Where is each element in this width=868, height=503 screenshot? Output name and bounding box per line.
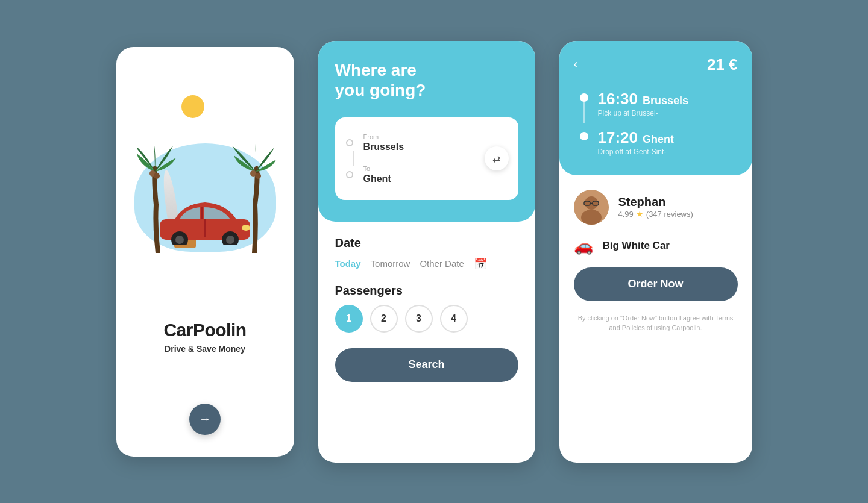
driver-avatar xyxy=(574,190,609,225)
arrival-dot xyxy=(580,132,588,140)
arrival-time: 17:20 xyxy=(598,130,638,145)
star-icon: ★ xyxy=(636,209,644,219)
passenger-1-button[interactable]: 1 xyxy=(335,305,363,333)
car-icon xyxy=(157,196,253,245)
departure-city: Brussels xyxy=(643,95,688,106)
back-button[interactable]: ‹ xyxy=(574,57,578,72)
date-today[interactable]: Today xyxy=(335,258,361,269)
driver-name: Stephan xyxy=(618,195,693,209)
departure-item: 16:30 Brussels Pick up at Brussel- xyxy=(580,91,738,117)
app-info: CarPoolin Drive & Save Money xyxy=(163,320,246,354)
swap-button[interactable]: ⇄ xyxy=(485,146,509,170)
app-name: CarPoolin xyxy=(163,320,246,340)
svg-point-9 xyxy=(226,236,234,244)
car-name: Big White Car xyxy=(603,240,670,252)
to-dot xyxy=(346,171,353,178)
price-label: 21 € xyxy=(707,55,738,74)
calendar-icon[interactable]: 📅 xyxy=(474,257,487,270)
search-header: Where are you going? From Brussels To Gh… xyxy=(318,41,535,222)
passenger-2-button[interactable]: 2 xyxy=(370,305,398,333)
sun-icon xyxy=(181,95,204,118)
departure-info: 16:30 Brussels Pick up at Brussel- xyxy=(598,91,689,117)
driver-info: Stephan 4.99 ★ (347 reviews) xyxy=(618,195,693,219)
terms-text: By clicking on "Order Now" button I agre… xyxy=(574,313,738,333)
departure-dot xyxy=(580,93,588,102)
passenger-3-button[interactable]: 3 xyxy=(405,305,433,333)
rating-value: 4.99 xyxy=(618,210,634,219)
booking-header-row: ‹ 21 € xyxy=(574,55,738,74)
passengers-section: Passengers 1 2 3 4 xyxy=(335,284,518,333)
from-dot xyxy=(346,139,353,146)
search-options: Date Today Tomorrow Other Date 📅 Passeng… xyxy=(318,222,535,463)
date-section: Date Today Tomorrow Other Date 📅 xyxy=(335,236,518,270)
arrival-sub: Drop off at Gent-Sint- xyxy=(598,148,675,156)
app-tagline: Drive & Save Money xyxy=(163,344,246,354)
svg-point-7 xyxy=(175,236,184,244)
timeline-connector xyxy=(583,102,585,123)
to-label: To xyxy=(363,165,391,172)
search-card: Where are you going? From Brussels To Gh… xyxy=(318,41,535,463)
route-timeline: 16:30 Brussels Pick up at Brussel- 17:20… xyxy=(574,91,738,156)
date-options-row: Today Tomorrow Other Date 📅 xyxy=(335,257,518,270)
to-row: To Ghent xyxy=(346,160,508,189)
passenger-4-button[interactable]: 4 xyxy=(440,305,468,333)
departure-time: 16:30 xyxy=(598,91,638,107)
booking-header: ‹ 21 € 16:30 Brussels Pick up at Brussel… xyxy=(559,41,752,175)
from-row: From Brussels xyxy=(346,128,508,160)
get-started-button[interactable]: → xyxy=(189,404,221,435)
route-input-box: From Brussels To Ghent ⇄ xyxy=(335,117,518,200)
svg-point-3 xyxy=(255,173,261,179)
arrow-icon: → xyxy=(199,412,211,426)
car-row: 🚗 Big White Car xyxy=(574,237,738,255)
order-button[interactable]: Order Now xyxy=(574,267,738,301)
from-value[interactable]: Brussels xyxy=(363,142,404,152)
date-title: Date xyxy=(335,236,518,250)
passengers-title: Passengers xyxy=(335,284,518,298)
to-value[interactable]: Ghent xyxy=(363,173,391,184)
review-count: (347 reviews) xyxy=(646,210,693,219)
arrival-city: Ghent xyxy=(643,134,674,145)
driver-row: Stephan 4.99 ★ (347 reviews) xyxy=(574,190,738,225)
splash-card: CarPoolin Drive & Save Money → xyxy=(116,47,294,457)
booking-card: ‹ 21 € 16:30 Brussels Pick up at Brussel… xyxy=(559,41,752,463)
departure-sub: Pick up at Brussel- xyxy=(598,109,689,117)
swap-icon: ⇄ xyxy=(492,153,500,164)
driver-rating-row: 4.99 ★ (347 reviews) xyxy=(618,209,693,219)
arrival-info: 17:20 Ghent Drop off at Gent-Sint- xyxy=(598,130,675,156)
search-button[interactable]: Search xyxy=(335,348,518,382)
booking-details: Stephan 4.99 ★ (347 reviews) 🚗 Big White… xyxy=(559,175,752,463)
svg-point-14 xyxy=(581,210,602,225)
passenger-options-row: 1 2 3 4 xyxy=(335,305,518,333)
from-label: From xyxy=(363,133,404,140)
svg-point-1 xyxy=(154,173,160,179)
arrival-item: 17:20 Ghent Drop off at Gent-Sint- xyxy=(580,130,738,156)
date-tomorrow[interactable]: Tomorrow xyxy=(371,258,410,269)
date-other[interactable]: Other Date xyxy=(420,258,464,269)
route-connector-line xyxy=(353,151,354,166)
search-title: Where are you going? xyxy=(335,60,518,101)
car-type-icon: 🚗 xyxy=(574,237,593,255)
illustration xyxy=(128,65,282,270)
svg-point-10 xyxy=(242,225,250,231)
